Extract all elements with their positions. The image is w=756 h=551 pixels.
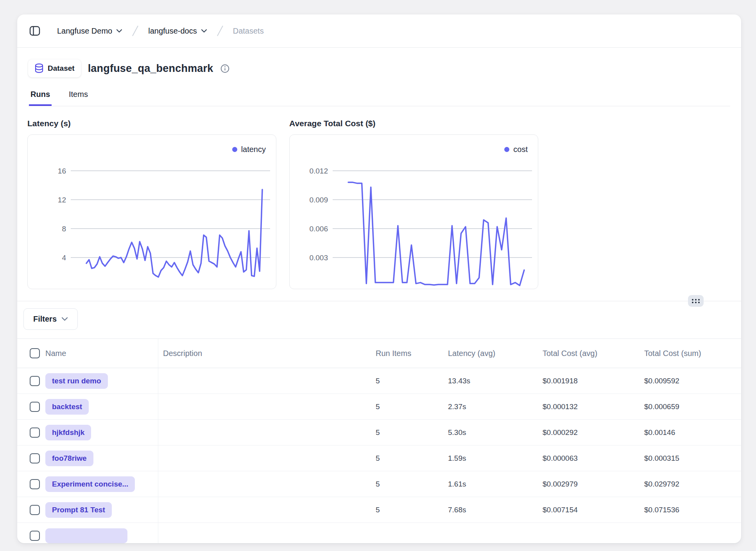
dataset-header: Dataset langfuse_qa_benchmark Runs Items (17, 48, 741, 106)
chevron-down-icon (116, 29, 122, 33)
table-row: Experiment concise...51.61s$0.002979$0.0… (17, 471, 741, 497)
row-checkbox[interactable] (30, 428, 40, 438)
total-cost-avg-value: $0.000132 (543, 403, 644, 411)
database-icon (34, 63, 44, 73)
total-cost-sum-value: $0.009592 (644, 377, 741, 385)
table-row-partial (17, 523, 741, 543)
row-checkbox[interactable] (30, 453, 40, 463)
run-name-badge[interactable]: Experiment concise... (45, 476, 135, 492)
dataset-type-badge: Dataset (28, 59, 81, 77)
resize-handle[interactable] (688, 295, 704, 307)
run-name-badge[interactable]: foo78riwe (45, 451, 93, 466)
run-items-value: 5 (376, 403, 448, 411)
breadcrumb: Langfuse Demo langfuse-docs Datasets (17, 14, 741, 48)
run-name-badge[interactable]: backtest (45, 399, 89, 415)
latency-avg-value: 7.68s (448, 506, 543, 514)
run-name-cell: foo78riwe (40, 445, 158, 471)
breadcrumb-project-label: langfuse-docs (148, 27, 197, 36)
latency-avg-value: 5.30s (448, 428, 543, 437)
total-cost-avg-value: $0.001918 (543, 377, 644, 385)
svg-text:0.012: 0.012 (309, 167, 328, 175)
svg-text:12: 12 (58, 196, 66, 204)
total-cost-sum-value: $0.000659 (644, 403, 741, 411)
run-name-cell: Prompt 81 Test (40, 497, 158, 522)
filters-button-label: Filters (33, 315, 57, 324)
sidebar-panel-icon (29, 25, 41, 37)
svg-text:0.006: 0.006 (309, 225, 328, 233)
table-row: Prompt 81 Test57.68s$0.007154$0.071536 (17, 497, 741, 523)
row-checkbox-cell (17, 479, 40, 489)
tab-items[interactable]: Items (67, 88, 90, 106)
table-row: hjkfdshjk55.30s$0.000292$0.00146 (17, 420, 741, 445)
chevron-down-icon (201, 29, 207, 33)
row-checkbox-cell (17, 453, 40, 463)
row-checkbox-cell (17, 402, 40, 412)
filters-bar: Filters (17, 301, 741, 330)
svg-text:8: 8 (62, 225, 66, 233)
row-checkbox[interactable] (30, 376, 40, 386)
svg-text:0.009: 0.009 (309, 196, 328, 204)
svg-text:0.003: 0.003 (309, 254, 328, 262)
latency-chart: latency 481216 (27, 134, 276, 289)
run-items-value: 5 (376, 428, 448, 437)
column-header-description: Description (158, 349, 376, 358)
table-body: test run demo513.43s$0.001918$0.009592ba… (17, 368, 741, 543)
breadcrumb-org[interactable]: Langfuse Demo (57, 27, 122, 36)
run-name-badge[interactable]: hjkfdshjk (45, 425, 91, 440)
row-checkbox-cell (17, 376, 40, 386)
latency-avg-value: 1.59s (448, 454, 543, 463)
sidebar-toggle-button[interactable] (28, 24, 41, 38)
latency-avg-value: 13.43s (448, 377, 543, 385)
charts-section: Latency (s) latency 481216 Average Total… (17, 106, 741, 300)
latency-chart-title: Latency (s) (27, 119, 276, 128)
total-cost-avg-value: $0.007154 (543, 506, 644, 514)
row-checkbox-cell (17, 428, 40, 438)
runs-table: Name Description Run Items Latency (avg)… (17, 338, 741, 543)
row-checkbox[interactable] (30, 479, 40, 489)
run-name-badge[interactable]: test run demo (45, 373, 108, 389)
run-name-cell: backtest (40, 394, 158, 419)
chevron-down-icon (61, 317, 68, 321)
table-row: foo78riwe51.59s$0.000063$0.000315 (17, 445, 741, 471)
run-name-cell (40, 523, 158, 543)
run-name-badge[interactable] (45, 528, 127, 543)
run-items-value: 5 (376, 480, 448, 488)
main-panel: Langfuse Demo langfuse-docs Datasets (17, 14, 741, 543)
table-row: test run demo513.43s$0.001918$0.009592 (17, 368, 741, 394)
tab-runs[interactable]: Runs (29, 88, 52, 106)
run-name-cell: hjkfdshjk (40, 420, 158, 445)
row-checkbox-cell (17, 531, 40, 541)
svg-text:4: 4 (62, 254, 66, 262)
filters-button[interactable]: Filters (23, 308, 78, 330)
table-header-row: Name Description Run Items Latency (avg)… (17, 339, 741, 368)
column-header-latency-avg: Latency (avg) (448, 349, 543, 358)
total-cost-avg-value: $0.000063 (543, 454, 644, 463)
total-cost-sum-value: $0.000315 (644, 454, 741, 463)
breadcrumb-project[interactable]: langfuse-docs (148, 27, 207, 36)
run-name-cell: test run demo (40, 368, 158, 394)
breadcrumb-separator-icon (131, 24, 140, 38)
total-cost-sum-value: $0.071536 (644, 506, 741, 514)
total-cost-avg-value: $0.002979 (543, 480, 644, 488)
row-checkbox-cell (17, 505, 40, 515)
breadcrumb-page-label[interactable]: Datasets (233, 27, 264, 36)
cost-chart-title: Average Total Cost ($) (289, 119, 538, 128)
row-checkbox[interactable] (30, 402, 40, 412)
info-icon[interactable] (220, 64, 230, 73)
page-title: langfuse_qa_benchmark (88, 63, 213, 75)
dataset-badge-label: Dataset (48, 64, 75, 73)
drag-handle-icon (692, 299, 700, 303)
run-items-value: 5 (376, 377, 448, 385)
column-header-total-cost-avg: Total Cost (avg) (543, 349, 644, 358)
breadcrumb-org-label: Langfuse Demo (57, 27, 112, 36)
row-checkbox[interactable] (30, 531, 40, 541)
total-cost-sum-value: $0.00146 (644, 428, 741, 437)
row-checkbox[interactable] (30, 505, 40, 515)
column-header-total-cost-sum: Total Cost (sum) (644, 349, 741, 358)
run-name-cell: Experiment concise... (40, 471, 158, 497)
tab-bar: Runs Items (28, 88, 730, 106)
run-name-badge[interactable]: Prompt 81 Test (45, 502, 112, 518)
column-header-run-items: Run Items (376, 349, 448, 358)
cost-chart: cost 0.0030.0060.0090.012 (289, 134, 538, 289)
select-all-checkbox[interactable] (30, 348, 40, 358)
